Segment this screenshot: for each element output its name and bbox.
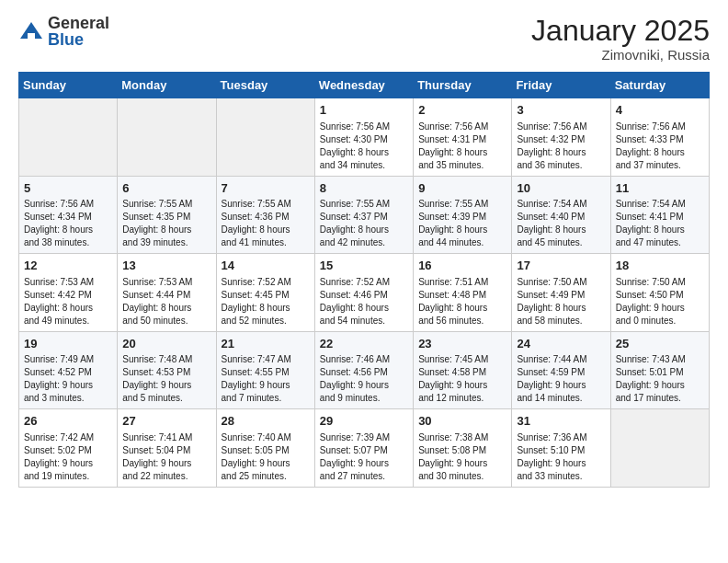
day-cell: 22Sunrise: 7:46 AMSunset: 4:56 PMDayligh… [314, 331, 413, 409]
svg-rect-2 [28, 33, 35, 39]
weekday-header-row: Sunday Monday Tuesday Wednesday Thursday… [19, 73, 710, 98]
day-info: Sunrise: 7:56 AMSunset: 4:33 PMDaylight:… [616, 121, 704, 172]
day-cell: 14Sunrise: 7:52 AMSunset: 4:45 PMDayligh… [216, 254, 314, 332]
day-info: Sunrise: 7:53 AMSunset: 4:42 PMDaylight:… [24, 276, 112, 327]
day-cell: 26Sunrise: 7:42 AMSunset: 5:02 PMDayligh… [19, 409, 118, 488]
day-number: 29 [320, 413, 408, 430]
day-number: 6 [122, 180, 210, 197]
day-cell [610, 409, 709, 488]
day-cell: 7Sunrise: 7:55 AMSunset: 4:36 PMDaylight… [216, 176, 314, 254]
day-cell: 6Sunrise: 7:55 AMSunset: 4:35 PMDaylight… [118, 176, 216, 254]
day-cell: 16Sunrise: 7:51 AMSunset: 4:48 PMDayligh… [414, 254, 512, 332]
day-info: Sunrise: 7:44 AMSunset: 4:59 PMDaylight:… [517, 353, 605, 405]
day-cell: 21Sunrise: 7:47 AMSunset: 4:55 PMDayligh… [216, 331, 314, 409]
day-cell: 30Sunrise: 7:38 AMSunset: 5:08 PMDayligh… [414, 409, 512, 488]
day-number: 30 [418, 413, 506, 430]
day-info: Sunrise: 7:50 AMSunset: 4:49 PMDaylight:… [517, 276, 605, 327]
header-tuesday: Tuesday [216, 73, 314, 98]
day-cell [216, 98, 314, 177]
logo-general-text: General [48, 15, 109, 31]
logo-text: General Blue [48, 15, 109, 48]
day-cell: 5Sunrise: 7:56 AMSunset: 4:34 PMDaylight… [19, 176, 118, 254]
day-cell: 28Sunrise: 7:40 AMSunset: 5:05 PMDayligh… [216, 409, 314, 488]
day-number: 25 [616, 336, 704, 352]
day-cell: 23Sunrise: 7:45 AMSunset: 4:58 PMDayligh… [414, 331, 512, 409]
day-info: Sunrise: 7:45 AMSunset: 4:58 PMDaylight:… [418, 353, 506, 405]
day-cell: 15Sunrise: 7:52 AMSunset: 4:46 PMDayligh… [314, 254, 413, 332]
day-info: Sunrise: 7:52 AMSunset: 4:45 PMDaylight:… [222, 276, 310, 327]
day-number: 11 [616, 180, 704, 197]
day-number: 15 [320, 258, 408, 274]
week-row-4: 19Sunrise: 7:49 AMSunset: 4:52 PMDayligh… [19, 331, 710, 409]
day-info: Sunrise: 7:53 AMSunset: 4:44 PMDaylight:… [122, 276, 210, 327]
day-number: 16 [418, 258, 506, 274]
header-wednesday: Wednesday [314, 73, 413, 98]
week-row-1: 1Sunrise: 7:56 AMSunset: 4:30 PMDaylight… [19, 98, 710, 177]
day-cell: 11Sunrise: 7:54 AMSunset: 4:41 PMDayligh… [610, 176, 709, 254]
day-number: 31 [517, 413, 605, 430]
day-number: 26 [24, 413, 112, 430]
header-thursday: Thursday [414, 73, 512, 98]
header: General Blue January 2025 Zimovniki, Rus… [18, 15, 710, 63]
day-cell [118, 98, 216, 177]
header-sunday: Sunday [19, 73, 118, 98]
day-cell: 24Sunrise: 7:44 AMSunset: 4:59 PMDayligh… [512, 331, 610, 409]
logo-icon [18, 18, 44, 44]
day-cell: 19Sunrise: 7:49 AMSunset: 4:52 PMDayligh… [19, 331, 118, 409]
day-cell: 3Sunrise: 7:56 AMSunset: 4:32 PMDaylight… [512, 98, 610, 177]
day-number: 21 [222, 336, 310, 352]
day-cell: 18Sunrise: 7:50 AMSunset: 4:50 PMDayligh… [610, 254, 709, 332]
day-info: Sunrise: 7:55 AMSunset: 4:35 PMDaylight:… [122, 198, 210, 249]
day-info: Sunrise: 7:54 AMSunset: 4:41 PMDaylight:… [616, 198, 704, 249]
day-number: 23 [418, 336, 506, 352]
day-info: Sunrise: 7:36 AMSunset: 5:10 PMDaylight:… [517, 431, 605, 483]
day-number: 22 [320, 336, 408, 352]
day-cell: 20Sunrise: 7:48 AMSunset: 4:53 PMDayligh… [118, 331, 216, 409]
day-number: 12 [24, 258, 112, 274]
day-info: Sunrise: 7:43 AMSunset: 5:01 PMDaylight:… [616, 353, 704, 405]
day-info: Sunrise: 7:42 AMSunset: 5:02 PMDaylight:… [24, 431, 112, 483]
day-info: Sunrise: 7:49 AMSunset: 4:52 PMDaylight:… [24, 353, 112, 405]
day-info: Sunrise: 7:55 AMSunset: 4:37 PMDaylight:… [320, 198, 408, 249]
logo-blue-text: Blue [48, 31, 109, 48]
day-cell: 1Sunrise: 7:56 AMSunset: 4:30 PMDaylight… [314, 98, 413, 177]
day-info: Sunrise: 7:56 AMSunset: 4:32 PMDaylight:… [517, 121, 605, 172]
day-number: 7 [222, 180, 310, 197]
location: Zimovniki, Russia [531, 47, 710, 63]
day-number: 10 [517, 180, 605, 197]
page: General Blue January 2025 Zimovniki, Rus… [0, 0, 728, 563]
day-cell: 25Sunrise: 7:43 AMSunset: 5:01 PMDayligh… [610, 331, 709, 409]
day-info: Sunrise: 7:52 AMSunset: 4:46 PMDaylight:… [320, 276, 408, 327]
day-number: 9 [418, 180, 506, 197]
day-cell: 12Sunrise: 7:53 AMSunset: 4:42 PMDayligh… [19, 254, 118, 332]
day-info: Sunrise: 7:50 AMSunset: 4:50 PMDaylight:… [616, 276, 704, 327]
day-cell: 8Sunrise: 7:55 AMSunset: 4:37 PMDaylight… [314, 176, 413, 254]
day-cell: 13Sunrise: 7:53 AMSunset: 4:44 PMDayligh… [118, 254, 216, 332]
day-info: Sunrise: 7:51 AMSunset: 4:48 PMDaylight:… [418, 276, 506, 327]
day-number: 18 [616, 258, 704, 274]
day-cell: 29Sunrise: 7:39 AMSunset: 5:07 PMDayligh… [314, 409, 413, 488]
day-info: Sunrise: 7:38 AMSunset: 5:08 PMDaylight:… [418, 431, 506, 483]
header-monday: Monday [118, 73, 216, 98]
day-cell: 10Sunrise: 7:54 AMSunset: 4:40 PMDayligh… [512, 176, 610, 254]
day-number: 8 [320, 180, 408, 197]
day-cell: 27Sunrise: 7:41 AMSunset: 5:04 PMDayligh… [118, 409, 216, 488]
day-number: 3 [517, 102, 605, 119]
day-number: 14 [222, 258, 310, 274]
day-info: Sunrise: 7:55 AMSunset: 4:36 PMDaylight:… [222, 198, 310, 249]
calendar-table: Sunday Monday Tuesday Wednesday Thursday… [18, 72, 710, 488]
week-row-3: 12Sunrise: 7:53 AMSunset: 4:42 PMDayligh… [19, 254, 710, 332]
month-title: January 2025 [531, 15, 710, 47]
day-info: Sunrise: 7:47 AMSunset: 4:55 PMDaylight:… [222, 353, 310, 405]
day-cell: 4Sunrise: 7:56 AMSunset: 4:33 PMDaylight… [610, 98, 709, 177]
day-number: 4 [616, 102, 704, 119]
day-info: Sunrise: 7:41 AMSunset: 5:04 PMDaylight:… [122, 431, 210, 483]
day-cell: 31Sunrise: 7:36 AMSunset: 5:10 PMDayligh… [512, 409, 610, 488]
day-info: Sunrise: 7:56 AMSunset: 4:31 PMDaylight:… [418, 121, 506, 172]
day-number: 1 [320, 102, 408, 119]
day-cell [19, 98, 118, 177]
day-cell: 2Sunrise: 7:56 AMSunset: 4:31 PMDaylight… [414, 98, 512, 177]
day-cell: 9Sunrise: 7:55 AMSunset: 4:39 PMDaylight… [414, 176, 512, 254]
day-info: Sunrise: 7:56 AMSunset: 4:30 PMDaylight:… [320, 121, 408, 172]
week-row-5: 26Sunrise: 7:42 AMSunset: 5:02 PMDayligh… [19, 409, 710, 488]
